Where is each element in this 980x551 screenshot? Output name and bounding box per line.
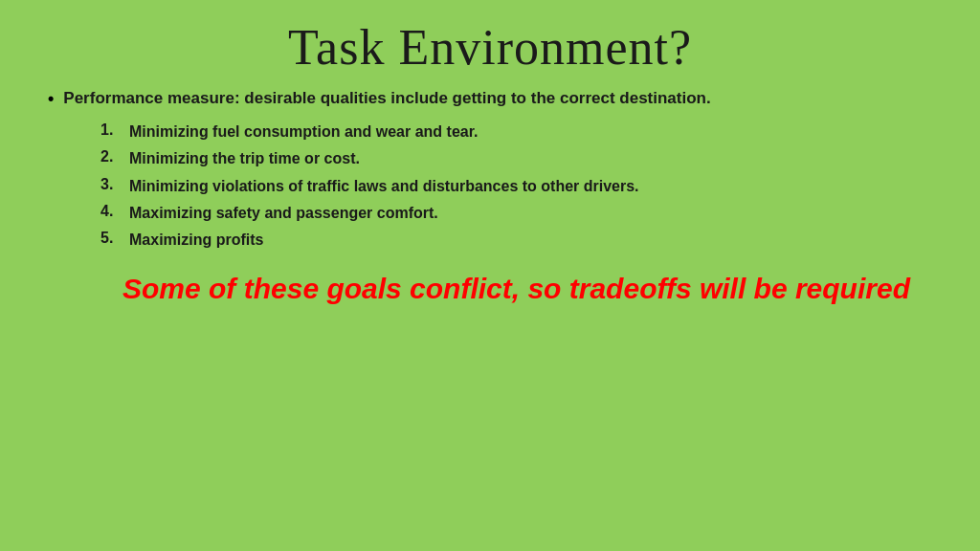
item-number: 4. bbox=[100, 203, 118, 220]
bullet-dot: • bbox=[48, 89, 54, 109]
list-item: 4. Maximizing safety and passenger comfo… bbox=[100, 203, 932, 224]
item-text: Maximizing profits bbox=[129, 230, 263, 251]
list-item: 2. Minimizing the trip time or cost. bbox=[100, 148, 932, 169]
numbered-list: 1. Minimizing fuel consumption and wear … bbox=[100, 121, 932, 257]
item-number: 1. bbox=[100, 121, 118, 139]
item-number: 5. bbox=[100, 230, 118, 247]
slide-title: Task Environment? bbox=[48, 19, 932, 76]
item-text: Minimizing violations of traffic laws an… bbox=[129, 176, 639, 197]
item-number: 3. bbox=[100, 176, 118, 193]
main-bullet-item: • Performance measure: desirable qualiti… bbox=[48, 87, 932, 110]
slide: Task Environment? • Performance measure:… bbox=[0, 0, 980, 551]
list-item: 3. Minimizing violations of traffic laws… bbox=[100, 176, 932, 197]
conflict-statement: Some of these goals conflict, so tradeof… bbox=[100, 273, 932, 305]
list-item: 1. Minimizing fuel consumption and wear … bbox=[100, 121, 932, 143]
item-text: Maximizing safety and passenger comfort. bbox=[129, 203, 438, 224]
item-text: Minimizing fuel consumption and wear and… bbox=[129, 121, 478, 143]
main-bullet-text: Performance measure: desirable qualities… bbox=[63, 87, 710, 110]
item-number: 2. bbox=[100, 148, 118, 165]
list-item: 5. Maximizing profits bbox=[100, 230, 932, 251]
item-text: Minimizing the trip time or cost. bbox=[129, 148, 360, 169]
